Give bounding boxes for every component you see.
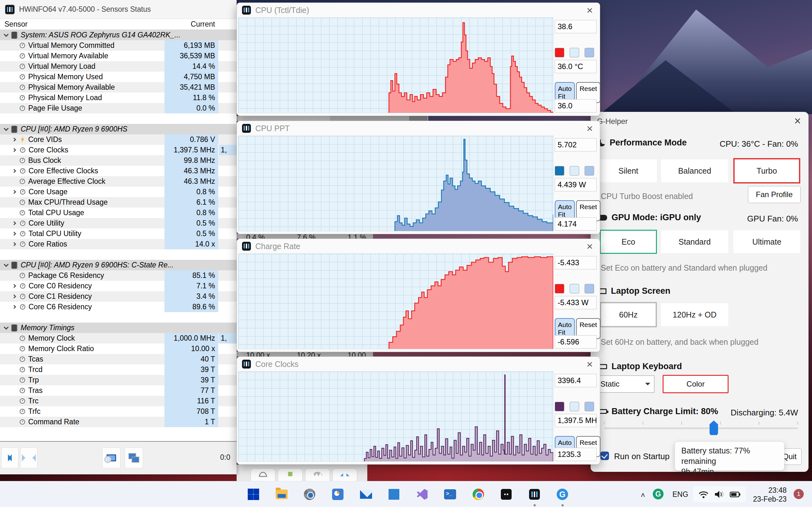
- expander-icon[interactable]: [12, 190, 16, 194]
- gpu-ultimate-button[interactable]: Ultimate: [733, 230, 800, 253]
- tray-overflow-chevron[interactable]: ˄: [641, 491, 645, 500]
- scrollbar-thumb[interactable]: [330, 116, 409, 121]
- fan-profile-button[interactable]: Fan Profile: [748, 186, 801, 203]
- graph-titlebar[interactable]: Charge Rate ×: [237, 239, 600, 253]
- vscode-button[interactable]: [387, 487, 401, 501]
- table-row[interactable]: Virtual Memory Available 36,539 MB: [0, 51, 237, 61]
- background-color-swatch[interactable]: [570, 284, 579, 293]
- notification-badge[interactable]: 1: [794, 489, 804, 499]
- terminal-app-button[interactable]: [499, 487, 513, 501]
- background-color-swatch[interactable]: [570, 48, 579, 57]
- series-color-swatch[interactable]: [555, 48, 564, 57]
- table-row[interactable]: Core Effective Clocks 46.3 MHz: [0, 166, 237, 176]
- table-row[interactable]: Virtual Memory Committed 6,193 MB: [0, 40, 237, 51]
- screen-magnifier-button[interactable]: [102, 447, 120, 468]
- gpu-standard-button[interactable]: Standard: [661, 230, 728, 253]
- table-row[interactable]: Trp 39 T: [0, 375, 237, 385]
- table-row[interactable]: [0, 312, 237, 323]
- table-row[interactable]: Core C0 Residency 7.1 %: [0, 281, 237, 291]
- gpu-eco-button[interactable]: Eco: [600, 230, 657, 254]
- expander-icon[interactable]: [12, 232, 16, 236]
- table-row[interactable]: System: ASUS ROG Zephyrus G14 GA402RK_..…: [0, 30, 237, 40]
- table-row[interactable]: Total CPU Utility 0.5 %: [0, 228, 237, 239]
- table-row[interactable]: Core C1 Residency 3.4 %: [0, 291, 237, 302]
- expander-icon[interactable]: [12, 242, 16, 246]
- table-row[interactable]: Command Rate 1 T: [0, 417, 237, 427]
- ghelper-taskbar-button[interactable]: G: [555, 487, 569, 501]
- mail-button[interactable]: [359, 487, 373, 501]
- monitoring-app-button[interactable]: [331, 487, 345, 501]
- grid-color-swatch[interactable]: [585, 284, 594, 293]
- expander-icon[interactable]: [4, 262, 9, 267]
- settings-button[interactable]: [303, 487, 316, 501]
- clock[interactable]: 23:48 23-Feb-23: [749, 486, 786, 504]
- chrome-button[interactable]: [471, 487, 485, 501]
- expander-icon[interactable]: [4, 325, 9, 330]
- table-row[interactable]: Core C6 Residency 89.6 %: [0, 302, 237, 312]
- expander-icon[interactable]: [12, 169, 16, 173]
- turbo-mode-button[interactable]: Turbo: [733, 158, 800, 183]
- graph-titlebar[interactable]: Core Clocks ×: [237, 357, 600, 372]
- expander-icon[interactable]: [12, 284, 16, 288]
- table-row[interactable]: Trfc 708 T: [0, 406, 237, 417]
- table-row[interactable]: Page File Usage 0.0 %: [0, 103, 237, 113]
- visual-studio-button[interactable]: [415, 487, 429, 501]
- table-row[interactable]: Core Clocks 1,397.5 MHz 1,: [0, 145, 237, 155]
- table-row[interactable]: Memory Timings: [0, 323, 237, 333]
- keyboard-color-button[interactable]: Color: [663, 375, 728, 393]
- expander-icon[interactable]: [12, 305, 16, 309]
- close-icon[interactable]: ×: [587, 357, 593, 371]
- table-row[interactable]: Tras 77 T: [0, 385, 237, 396]
- graph-titlebar[interactable]: CPU (Tctl/Tdie) ×: [237, 3, 600, 17]
- expander-icon[interactable]: [4, 32, 9, 37]
- series-color-swatch[interactable]: [555, 284, 564, 293]
- table-row[interactable]: Memory Clock Ratio 10.00 x: [0, 343, 237, 354]
- expand-columns-button[interactable]: [1, 447, 18, 468]
- grid-color-swatch[interactable]: [585, 402, 594, 411]
- expander-icon[interactable]: [12, 294, 16, 298]
- table-row[interactable]: Physical Memory Load 11.8 %: [0, 93, 237, 103]
- column-header-current[interactable]: Current: [164, 20, 218, 29]
- hwinfo-taskbar-button[interactable]: [527, 487, 542, 501]
- close-icon[interactable]: ×: [587, 3, 593, 17]
- grid-color-swatch[interactable]: [585, 48, 594, 57]
- slider-handle[interactable]: [710, 420, 718, 435]
- background-color-swatch[interactable]: [570, 166, 579, 176]
- expander-icon[interactable]: [12, 137, 16, 142]
- table-row[interactable]: Average Effective Clock 46.3 MHz: [0, 176, 237, 187]
- table-row[interactable]: [0, 249, 237, 260]
- battery-limit-slider[interactable]: [604, 428, 798, 429]
- table-row[interactable]: [0, 113, 237, 124]
- collapse-columns-button[interactable]: [20, 447, 38, 468]
- table-row[interactable]: Bus Clock 99.8 MHz: [0, 155, 237, 166]
- grid-color-swatch[interactable]: [585, 166, 594, 176]
- close-icon[interactable]: ×: [587, 122, 593, 135]
- table-row[interactable]: Memory Clock 1,000.0 MHz 1,: [0, 333, 237, 343]
- refresh-120hz-button[interactable]: 120Hz + OD: [661, 303, 728, 326]
- table-row[interactable]: Package C6 Residency 85.1 %: [0, 270, 237, 281]
- expander-icon[interactable]: [12, 148, 16, 152]
- table-row[interactable]: Total CPU Usage 0.8 %: [0, 208, 237, 218]
- table-row[interactable]: Trcd 39 T: [0, 364, 237, 375]
- table-row[interactable]: Virtual Memory Load 14.4 %: [0, 61, 237, 72]
- table-row[interactable]: CPU [#0]: AMD Ryzen 9 6900HS: C-State Re…: [0, 260, 237, 270]
- table-row[interactable]: Core VIDs 0.786 V: [0, 134, 237, 145]
- keyboard-mode-select[interactable]: Static: [596, 376, 654, 393]
- hwinfo-titlebar[interactable]: HWiNFO64 v7.40-5000 - Sensors Status: [0, 0, 237, 19]
- start-button[interactable]: [247, 487, 260, 501]
- grammarly-tray-icon[interactable]: G: [653, 489, 664, 499]
- table-row[interactable]: Core Utility 0.5 %: [0, 218, 237, 228]
- system-tray-pill[interactable]: [693, 487, 746, 502]
- table-row[interactable]: Tcas 40 T: [0, 354, 237, 364]
- background-color-swatch[interactable]: [570, 402, 579, 411]
- table-row[interactable]: Core Usage 0.8 %: [0, 187, 237, 197]
- language-indicator[interactable]: ENG: [672, 490, 688, 499]
- table-row[interactable]: Trc 116 T: [0, 396, 237, 406]
- expander-icon[interactable]: [4, 126, 9, 131]
- series-color-swatch[interactable]: [555, 166, 564, 176]
- run-on-startup-checkbox[interactable]: [600, 452, 609, 460]
- silent-mode-button[interactable]: Silent: [600, 159, 657, 182]
- powershell-button[interactable]: [443, 487, 457, 501]
- file-explorer-button[interactable]: [275, 487, 289, 501]
- balanced-mode-button[interactable]: Balanced: [661, 159, 728, 182]
